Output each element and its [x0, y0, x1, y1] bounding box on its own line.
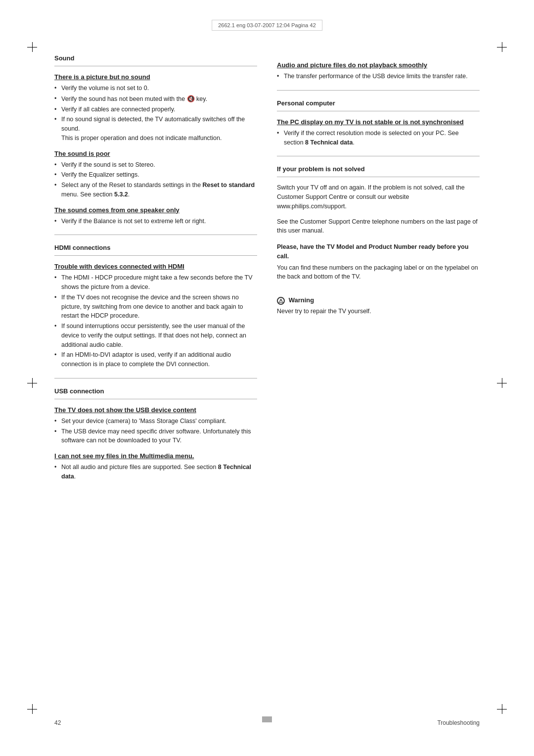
bullet-item: The transfer performance of the USB devi… [277, 72, 480, 81]
tv-model-body-text: You can find these numbers on the packag… [277, 264, 478, 281]
pc-section-title: Personal computer [277, 99, 480, 111]
footer-section-label: Troubleshooting [437, 719, 480, 726]
poor-sound-title-text: The sound is poor [54, 150, 110, 157]
crosshair-top-left [27, 42, 37, 52]
warning-title-text: Warning [289, 296, 314, 304]
bullet-item: Verify if the Balance is not set to extr… [54, 217, 257, 226]
audio-picture-title: Audio and picture files do not playback … [277, 61, 480, 69]
bullet-item: The HDMI - HDCP procedure might take a f… [54, 273, 257, 292]
warning-title: ⚠ Warning [277, 296, 480, 305]
page-container: 2662.1 eng 03-07-2007 12:04 Pagina 42 So… [0, 0, 534, 756]
problem-not-solved-title: If your problem is not solved [277, 165, 480, 177]
bullet-item: If sound interruptions occur persistentl… [54, 322, 257, 349]
bullet-item: Verify if the correct resolution mode is… [277, 129, 480, 147]
bullet-item: Verify if all cables are connected prope… [54, 105, 257, 114]
poor-sound-title: The sound is poor [54, 150, 257, 157]
no-sound-title: There is a picture but no sound [54, 73, 257, 81]
warning-body: Never try to repair the TV yourself. [277, 307, 480, 316]
problem-not-solved-body: Switch your TV off and on again. If the … [277, 183, 480, 211]
page-number: 42 [54, 719, 61, 726]
hdmi-trouble-title: Trouble with devices connected with HDMI [54, 263, 257, 270]
pc-display-title: The PC display on my TV is not stable or… [277, 118, 480, 126]
doc-header-text: 2662.1 eng 03-07-2007 12:04 Pagina 42 [218, 22, 316, 28]
mute-icon: 🔇 [187, 94, 195, 104]
bullet-item: Select any of the Reset to standards set… [54, 181, 257, 199]
crosshair-bottom-right [497, 704, 507, 714]
bullet-item: The USB device may need specific driver … [54, 427, 257, 446]
pc-display-title-text: The PC display on my TV is not stable or… [277, 118, 464, 126]
tv-model-body: You can find these numbers on the packag… [277, 263, 480, 282]
crosshair-mid-left [27, 378, 37, 388]
one-speaker-title-text: The sound comes from one speaker only [54, 206, 179, 214]
hdmi-trouble-title-text: Trouble with devices connected with HDMI [54, 263, 184, 270]
right-column: Audio and picture files do not playback … [277, 54, 480, 485]
usb-content-title-text: The TV does not show the USB device cont… [54, 406, 196, 414]
tv-model-title-text: Please, have the TV Model and Product Nu… [277, 243, 469, 260]
crosshair-bottom-left [27, 704, 37, 714]
audio-picture-title-text: Audio and picture files do not playback … [277, 61, 427, 69]
bullet-item: Verify if the sound is set to Stereo. [54, 160, 257, 170]
content-area: Sound There is a picture but no sound Ve… [54, 54, 480, 702]
support-centre-line: See the Customer Support Centre telephon… [277, 217, 480, 236]
divider-pc-problem [277, 156, 480, 156]
sound-section-title: Sound [54, 54, 257, 66]
bullet-item: Verify the Equalizer settings. [54, 170, 257, 180]
one-speaker-bullets: Verify if the Balance is not set to extr… [54, 217, 257, 226]
one-speaker-title: The sound comes from one speaker only [54, 206, 257, 214]
tv-model-title: Please, have the TV Model and Product Nu… [277, 242, 480, 261]
usb-content-title: The TV does not show the USB device cont… [54, 406, 257, 414]
crosshair-mid-right [497, 378, 507, 388]
crosshair-top-right [497, 42, 507, 52]
bullet-item: Verify the volume is not set to 0. [54, 84, 257, 93]
doc-header: 2662.1 eng 03-07-2007 12:04 Pagina 42 [212, 20, 322, 31]
warning-block: ⚠ Warning Never try to repair the TV you… [277, 290, 480, 316]
hdmi-section-title: HDMI connections [54, 244, 257, 256]
bullet-item: If the TV does not recognise the device … [54, 293, 257, 321]
bullet-item: If an HDMI-to-DVI adaptor is used, verif… [54, 350, 257, 369]
support-centre-text: See the Customer Support Centre telephon… [277, 218, 478, 235]
multimedia-files-bullets: Not all audio and picture files are supp… [54, 463, 257, 481]
warning-icon: ⚠ [277, 297, 285, 305]
hdmi-trouble-bullets: The HDMI - HDCP procedure might take a f… [54, 273, 257, 369]
divider-sound-hdmi [54, 235, 257, 235]
warning-body-text: Never try to repair the TV yourself. [277, 308, 371, 315]
divider-usb-pc [277, 90, 480, 91]
divider-hdmi-usb [54, 378, 257, 378]
bullet-item: Verify the sound has not been muted with… [54, 94, 257, 104]
pc-display-bullets: Verify if the correct resolution mode is… [277, 129, 480, 147]
bullet-item: If no sound signal is detected, the TV a… [54, 115, 257, 142]
left-column: Sound There is a picture but no sound Ve… [54, 54, 257, 485]
poor-sound-bullets: Verify if the sound is set to Stereo. Ve… [54, 160, 257, 199]
bullet-item: Set your device (camera) to 'Mass Storag… [54, 417, 257, 426]
audio-picture-bullets: The transfer performance of the USB devi… [277, 72, 480, 81]
page-indicator [262, 716, 272, 722]
usb-content-bullets: Set your device (camera) to 'Mass Storag… [54, 417, 257, 445]
multimedia-files-title: I can not see my files in the Multimedia… [54, 452, 257, 460]
two-column-layout: Sound There is a picture but no sound Ve… [54, 54, 480, 485]
usb-section-title: USB connection [54, 387, 257, 399]
multimedia-files-title-text: I can not see my files in the Multimedia… [54, 452, 194, 460]
no-sound-bullets: Verify the volume is not set to 0. Verif… [54, 84, 257, 143]
no-sound-title-text: There is a picture but no sound [54, 73, 150, 81]
bullet-item: Not all audio and picture files are supp… [54, 463, 257, 481]
